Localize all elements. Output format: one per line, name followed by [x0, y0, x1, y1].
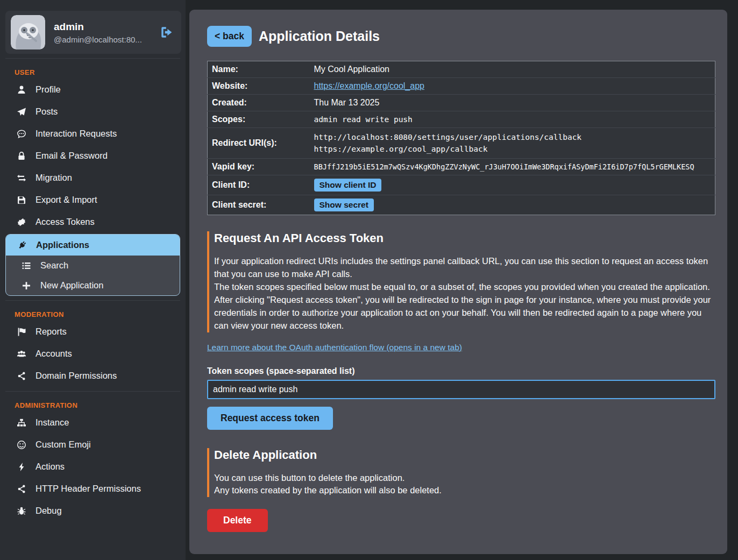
- table-row-client-id: Client ID: Show client ID: [208, 175, 715, 195]
- oauth-learn-more-link[interactable]: Learn more about the OAuth authenticatio…: [207, 343, 462, 352]
- vapid-key-value: BBJffJ219b5iE512m7wQSzv4KgKDhgZZVzNyWC_r…: [310, 159, 715, 175]
- sidebar-item-label: Domain Permissions: [36, 371, 117, 381]
- created-label: Created:: [208, 95, 310, 111]
- bug-icon: [16, 506, 27, 516]
- sidebar-item-instance[interactable]: Instance: [0, 412, 186, 434]
- token-section-paragraph: The token scopes specified below must be…: [214, 281, 715, 294]
- sidebar-item-reports[interactable]: Reports: [0, 321, 186, 343]
- sidebar-item-label: HTTP Header Permissions: [36, 484, 141, 494]
- smile-icon: [16, 440, 27, 450]
- plug-icon: [17, 240, 27, 250]
- sidebar-item-posts[interactable]: Posts: [0, 101, 186, 123]
- redirect-uri: http://localhost:8080/settings/user/appl…: [314, 131, 711, 143]
- sidebar-item-label: Interaction Requests: [36, 129, 117, 139]
- divider: [5, 300, 180, 301]
- back-button[interactable]: < back: [207, 26, 252, 47]
- divider: [5, 58, 180, 59]
- logout-icon[interactable]: [160, 25, 174, 39]
- scopes-label: Scopes:: [208, 111, 310, 128]
- sidebar-item-applications[interactable]: Applications: [6, 235, 180, 256]
- sidebar-item-label: Instance: [36, 417, 69, 428]
- client-secret-label: Client secret:: [208, 195, 310, 215]
- sidebar-item-label: Actions: [36, 462, 65, 472]
- section-label-moderation: MODERATION: [15, 310, 186, 318]
- sidebar-item-custom-emoji[interactable]: Custom Emoji: [0, 434, 186, 456]
- share-nodes-icon: [16, 371, 27, 381]
- lock-icon: [16, 151, 27, 161]
- certificate-icon: [16, 217, 27, 227]
- sidebar-item-interaction-requests[interactable]: Interaction Requests: [0, 123, 186, 145]
- paper-plane-icon: [16, 107, 27, 117]
- delete-button[interactable]: Delete: [207, 509, 268, 532]
- delete-section-line: Any tokens created by the application wi…: [214, 484, 715, 497]
- token-scopes-input[interactable]: [207, 380, 715, 399]
- sidebar: admin @admin@localhost:80... USER Profil…: [0, 0, 186, 560]
- table-row-scopes: Scopes: admin read write push: [208, 111, 715, 128]
- sidebar-item-applications-search[interactable]: Search: [6, 256, 180, 275]
- name-label: Name:: [208, 61, 310, 78]
- delete-section: Delete Application You can use this butt…: [207, 448, 715, 498]
- application-details-table: Name: My Cool Application Website: https…: [207, 61, 715, 215]
- show-secret-button[interactable]: Show secret: [314, 199, 374, 211]
- sidebar-item-label: Custom Emoji: [36, 440, 91, 450]
- flag-icon: [16, 327, 27, 337]
- redirect-uris-value: http://localhost:8080/settings/user/appl…: [310, 128, 715, 159]
- redirect-uris-label: Redirect URI(s):: [208, 128, 310, 159]
- section-label-administration: ADMINISTRATION: [15, 401, 186, 409]
- section-label-user: USER: [15, 68, 186, 76]
- applications-nav-block: Applications Search New Application: [5, 234, 180, 296]
- page-title: Application Details: [259, 29, 380, 44]
- table-row-website: Website: https://example.org/cool_app: [208, 78, 715, 95]
- sidebar-item-label: Posts: [36, 107, 58, 117]
- sidebar-item-accounts[interactable]: Accounts: [0, 343, 186, 365]
- user-card: admin @admin@localhost:80...: [5, 11, 181, 54]
- name-value: My Cool Application: [310, 61, 715, 78]
- sidebar-item-migration[interactable]: Migration: [0, 167, 186, 189]
- sidebar-item-email-password[interactable]: Email & Password: [0, 145, 186, 167]
- delete-section-title: Delete Application: [214, 448, 715, 462]
- users-icon: [16, 349, 27, 359]
- sidebar-item-access-tokens[interactable]: Access Tokens: [0, 211, 186, 233]
- sidebar-item-profile[interactable]: Profile: [0, 79, 186, 101]
- show-client-id-button[interactable]: Show client ID: [314, 179, 382, 192]
- website-label: Website:: [208, 78, 310, 95]
- plus-icon: [21, 281, 32, 290]
- sidebar-item-label: Email & Password: [36, 151, 108, 161]
- sidebar-item-actions[interactable]: Actions: [0, 456, 186, 478]
- sidebar-item-label: Search: [40, 260, 68, 271]
- token-section: Request An API Access Token If your appl…: [207, 231, 715, 332]
- divider: [5, 391, 180, 392]
- sidebar-item-label: Profile: [36, 84, 61, 95]
- sidebar-item-label: New Application: [40, 280, 103, 290]
- sidebar-item-label: Migration: [36, 173, 72, 183]
- sidebar-item-label: Debug: [36, 506, 62, 516]
- sidebar-item-label: Access Tokens: [36, 217, 95, 227]
- bolt-icon: [16, 462, 27, 472]
- token-section-paragraph: If your application redirect URIs includ…: [214, 255, 715, 281]
- table-row-redirect-uris: Redirect URI(s): http://localhost:8080/s…: [208, 128, 715, 159]
- sidebar-item-applications-new[interactable]: New Application: [6, 275, 180, 295]
- request-access-token-button[interactable]: Request access token: [207, 407, 333, 430]
- avatar: [11, 15, 45, 49]
- comment-dots-icon: [16, 129, 27, 139]
- sidebar-item-label: Reports: [36, 327, 67, 337]
- token-scopes-form: Token scopes (space-separated list) Requ…: [207, 366, 715, 430]
- table-row-created: Created: Thu Mar 13 2025: [208, 95, 715, 111]
- token-section-title: Request An API Access Token: [214, 231, 715, 245]
- sidebar-item-debug[interactable]: Debug: [0, 500, 186, 522]
- table-row-vapid-key: Vapid key: BBJffJ219b5iE512m7wQSzv4KgKDh…: [208, 159, 715, 175]
- share-nodes-icon: [16, 484, 27, 494]
- scopes-value: admin read write push: [310, 111, 715, 128]
- title-row: < back Application Details: [207, 26, 715, 47]
- sidebar-item-label: Applications: [36, 240, 89, 250]
- sitemap-icon: [16, 418, 27, 428]
- sidebar-item-export-import[interactable]: Export & Import: [0, 189, 186, 211]
- website-link[interactable]: https://example.org/cool_app: [314, 81, 424, 90]
- sidebar-item-http-header-permissions[interactable]: HTTP Header Permissions: [0, 478, 186, 500]
- sidebar-item-domain-permissions[interactable]: Domain Permissions: [0, 365, 186, 387]
- user-icon: [16, 85, 27, 95]
- sidebar-item-label: Accounts: [36, 349, 72, 359]
- token-section-paragraph: After clicking "Request access token", y…: [214, 294, 715, 332]
- arrows-left-right-icon: [16, 173, 27, 183]
- token-scopes-label: Token scopes (space-separated list): [207, 366, 715, 376]
